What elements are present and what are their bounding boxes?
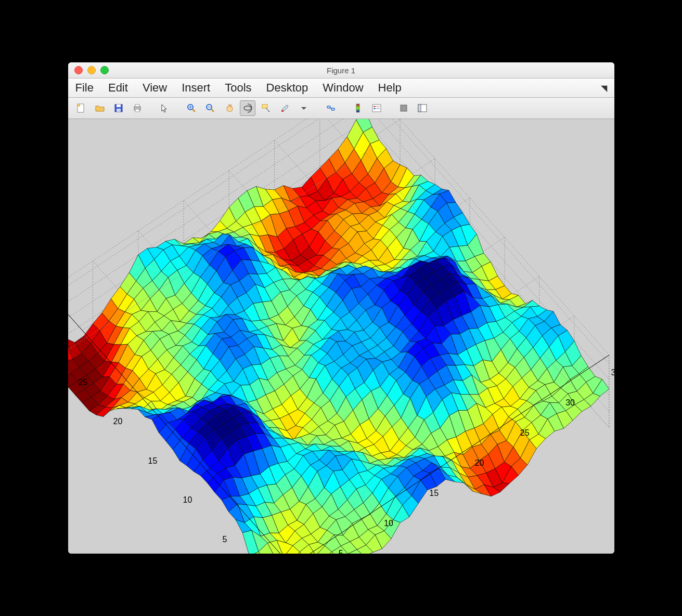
zoom-window-icon[interactable]	[100, 66, 109, 74]
tick-label: 25	[68, 378, 88, 387]
tick-label: 20	[475, 458, 484, 468]
print-icon[interactable]	[130, 100, 145, 116]
tick-label: 5	[206, 535, 227, 544]
rotate3d-icon[interactable]	[240, 100, 255, 116]
tick-label: 5	[339, 549, 343, 554]
pointer-icon[interactable]	[157, 100, 172, 116]
close-icon[interactable]	[74, 66, 83, 74]
svg-line-13	[211, 109, 214, 112]
svg-rect-6	[135, 104, 139, 107]
traffic-lights	[74, 66, 109, 74]
menu-edit[interactable]: Edit	[108, 81, 128, 95]
menubar: File Edit View Insert Tools Desktop Wind…	[68, 78, 614, 98]
svg-point-1	[78, 104, 80, 107]
svg-point-18	[268, 111, 269, 112]
tick-label: 15	[429, 489, 439, 498]
hide-icon[interactable]	[396, 100, 411, 116]
figure-window: Figure 1 File Edit View Insert Tools Des…	[68, 62, 614, 554]
tick-label: 30	[565, 398, 575, 408]
svg-rect-19	[281, 110, 284, 112]
data-cursor-icon[interactable]	[259, 100, 274, 116]
menu-file[interactable]: File	[75, 81, 94, 95]
svg-rect-4	[117, 109, 121, 112]
zoom-in-icon[interactable]	[184, 100, 199, 116]
minimize-icon[interactable]	[87, 66, 96, 74]
tick-label: 10	[171, 495, 192, 505]
svg-rect-25	[374, 106, 376, 107]
svg-rect-16	[262, 104, 267, 108]
dock-arrow-icon[interactable]: ◥	[601, 83, 607, 93]
save-icon[interactable]	[111, 100, 126, 116]
svg-rect-7	[135, 109, 139, 112]
menu-insert[interactable]: Insert	[182, 81, 210, 95]
tick-label: 10	[384, 519, 393, 528]
legend-icon[interactable]	[369, 100, 384, 116]
svg-point-15	[244, 106, 251, 110]
titlebar: Figure 1	[68, 62, 614, 78]
open-icon[interactable]	[92, 100, 108, 116]
svg-rect-31	[418, 104, 421, 112]
tick-label: 25	[520, 428, 530, 438]
menu-tools[interactable]: Tools	[225, 81, 251, 95]
svg-rect-26	[374, 108, 376, 109]
tick-label: 20	[101, 417, 122, 426]
layout-icon[interactable]	[415, 100, 430, 116]
brush-icon[interactable]	[277, 100, 293, 116]
menu-desktop[interactable]: Desktop	[266, 81, 308, 95]
tick-label: 35	[611, 368, 614, 377]
new-figure-icon[interactable]	[73, 100, 89, 116]
svg-rect-23	[356, 104, 359, 112]
link-icon[interactable]	[323, 100, 339, 116]
svg-line-9	[192, 109, 195, 112]
menu-window[interactable]: Window	[323, 81, 363, 95]
window-title: Figure 1	[68, 66, 614, 75]
dropdown-icon[interactable]	[296, 100, 312, 116]
zoom-out-icon[interactable]	[202, 100, 218, 116]
menu-view[interactable]: View	[143, 81, 167, 95]
svg-line-17	[266, 108, 269, 111]
axes-3d[interactable]: 0510152025303505101520253035-0.2-0.100.1…	[68, 119, 614, 554]
pan-icon[interactable]	[221, 100, 237, 116]
toolbar	[68, 98, 614, 119]
tick-label: 15	[136, 456, 157, 466]
colorbar-icon[interactable]	[350, 100, 366, 116]
svg-rect-3	[117, 104, 121, 107]
svg-rect-29	[401, 105, 407, 111]
menu-help[interactable]: Help	[378, 81, 402, 95]
